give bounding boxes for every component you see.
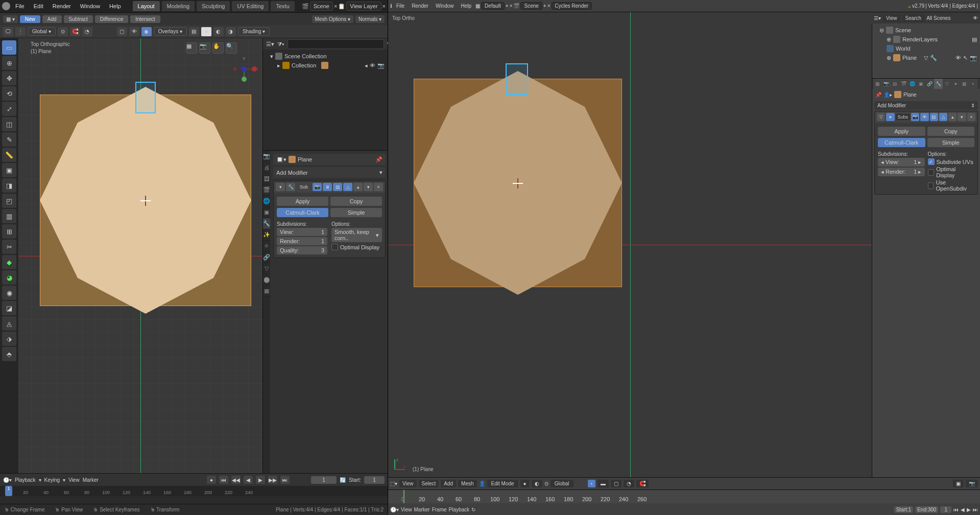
up-icon[interactable]: ▴	[948, 113, 957, 121]
subtract-button[interactable]: Subtract	[64, 15, 93, 23]
jump-first-icon[interactable]: ⏮	[953, 507, 959, 512]
view-menu[interactable]: View	[68, 477, 80, 483]
hand-icon[interactable]: ✋	[212, 42, 224, 54]
texture-tab[interactable]: ▦	[960, 79, 969, 89]
menu-help[interactable]: Help	[105, 2, 125, 10]
workspace-tab-texturing[interactable]: Textu	[271, 1, 294, 11]
down-icon[interactable]: ▾	[958, 113, 966, 121]
cage-icon[interactable]: △	[939, 113, 947, 121]
engine-dropdown[interactable]: Cycles Render	[552, 2, 592, 10]
snap-icon[interactable]: 🧲	[636, 480, 649, 487]
editor-icon[interactable]: 🕐▾	[390, 507, 399, 512]
render-subdivisions[interactable]: ◂ Render:1 ▸	[878, 168, 925, 176]
rip-tool[interactable]: ⬗	[2, 332, 16, 346]
zoom-icon[interactable]: 🔍	[226, 42, 237, 54]
inset-tool[interactable]: ◰	[2, 194, 16, 208]
optimal-checkbox[interactable]	[331, 244, 338, 250]
particle-tab[interactable]: ✨	[263, 229, 270, 241]
orientation-dropdown[interactable]: Global ▾	[28, 27, 56, 36]
workspace-tab-modeling[interactable]: Modeling	[162, 1, 195, 11]
playback-menu[interactable]: Playback	[15, 477, 36, 483]
eye-icon[interactable]: 👁	[370, 62, 375, 68]
menu-edit[interactable]: Edit	[30, 2, 47, 10]
add-menu[interactable]: Add	[441, 480, 456, 487]
grid-icon[interactable]: ▦	[186, 42, 197, 54]
data-tab[interactable]: ▽	[943, 79, 951, 89]
info-icon[interactable]: ℹ	[390, 3, 392, 9]
back-icon[interactable]: 👤▸	[883, 92, 892, 98]
add-icon[interactable]: +	[543, 3, 546, 9]
sel-mode[interactable]: ●	[520, 480, 530, 487]
autokey-icon[interactable]: ●	[207, 476, 216, 484]
end-frame[interactable]: End: 300	[915, 506, 938, 513]
move-tool[interactable]: ✥	[2, 71, 16, 85]
current-frame[interactable]: 1	[940, 506, 951, 513]
modifier-name[interactable]: Subs	[896, 114, 911, 120]
start-frame[interactable]: Start: 1	[894, 506, 913, 513]
editor-icon[interactable]: 🔲▾	[276, 156, 286, 163]
scene-tab[interactable]: 🎬	[899, 79, 908, 89]
proportional-icon[interactable]: ◔	[624, 480, 634, 487]
camera-icon[interactable]: 📷	[199, 42, 210, 54]
camera-icon[interactable]: 📷	[377, 62, 385, 69]
texture-tab[interactable]: ▦	[263, 286, 270, 297]
editor-icon[interactable]: 🕐▾	[3, 477, 12, 483]
tree-world[interactable]: World	[872, 44, 980, 53]
render-tab[interactable]: 📷	[882, 79, 891, 89]
playhead[interactable]: 1	[5, 486, 12, 496]
workspace-tab-layout[interactable]: Layout	[133, 1, 160, 11]
expand-icon[interactable]: ▽	[877, 113, 885, 121]
close-icon[interactable]: ×	[383, 3, 386, 9]
data-tab[interactable]: ▽	[263, 263, 270, 274]
menu-window[interactable]: Window	[76, 2, 104, 10]
pivot-icon[interactable]: ⊙	[58, 27, 68, 36]
keying-menu[interactable]: Keying	[44, 477, 60, 483]
viewport-3d-right[interactable]: Top Ortho (1) Plane y x	[388, 12, 872, 477]
jump-last-icon[interactable]: ⏭	[280, 476, 290, 484]
menu-render[interactable]: Render	[409, 2, 432, 10]
overlays-dropdown[interactable]: Overlays ▾	[154, 27, 187, 36]
close-icon[interactable]: ×	[334, 3, 337, 9]
view-menu[interactable]: View	[399, 480, 417, 487]
constraints-tab[interactable]: 🔗	[925, 79, 934, 89]
tree-scene-collection[interactable]: ▾ Scene Collection	[263, 52, 388, 61]
apply-button[interactable]: Apply	[878, 127, 925, 136]
menu-render[interactable]: Render	[49, 2, 75, 10]
shrink-tool[interactable]: ◪	[2, 301, 16, 315]
shade-solid-icon[interactable]: ●	[201, 27, 211, 36]
close-icon[interactable]: ×	[510, 3, 513, 9]
filter-icon[interactable]: 👁	[973, 15, 978, 21]
display-render-icon[interactable]: 📷	[313, 183, 322, 191]
difference-button[interactable]: Difference	[95, 15, 128, 23]
display-editmode-icon[interactable]: ▤	[333, 183, 342, 191]
view-tab[interactable]: View	[883, 14, 900, 22]
cursor-tool[interactable]: ⊕	[2, 56, 16, 70]
sel-face[interactable]: ▢	[611, 480, 622, 487]
filter-icon[interactable]: ⧩▾	[277, 41, 284, 48]
editor-icon[interactable]: ⬚▾	[390, 481, 397, 486]
axis-gizmo[interactable]: Y X Z	[229, 54, 259, 84]
viewlayer-field[interactable]: View Layer	[346, 2, 381, 11]
layer-box[interactable]: ▣	[953, 480, 964, 487]
apply-button[interactable]: Apply	[277, 197, 328, 206]
sel-edge[interactable]: ▬	[597, 480, 609, 487]
vp-vis-icon[interactable]: 👁	[920, 113, 928, 121]
render-subdivisions[interactable]: Render:1	[277, 237, 327, 245]
shade-icon[interactable]: ◐	[213, 27, 224, 36]
editor-type-icon[interactable]: 🖵	[3, 27, 13, 36]
proportional-icon[interactable]: ◔	[82, 27, 92, 36]
quality-field[interactable]: Quality:3	[277, 246, 327, 254]
layer-tab[interactable]: ▤	[891, 79, 899, 89]
modifier-name[interactable]: Sub	[296, 183, 312, 191]
sel-vertex[interactable]: ▪	[588, 480, 596, 487]
annotate-tool[interactable]: ✎	[2, 132, 16, 147]
material-tab[interactable]: ●	[951, 79, 960, 89]
view-menu[interactable]: View	[401, 507, 412, 512]
tree-scene[interactable]: ⊖Scene	[872, 26, 980, 35]
marker-menu[interactable]: Marker	[414, 507, 430, 512]
select-menu[interactable]: Select	[419, 480, 439, 487]
constraints-tab[interactable]: 🔗	[263, 252, 270, 263]
view-subdivisions[interactable]: View:1	[277, 228, 327, 236]
uv-smooth-dropdown[interactable]: Smooth, keep corn..▾	[331, 228, 382, 242]
select-icon[interactable]: ↖	[963, 55, 968, 61]
